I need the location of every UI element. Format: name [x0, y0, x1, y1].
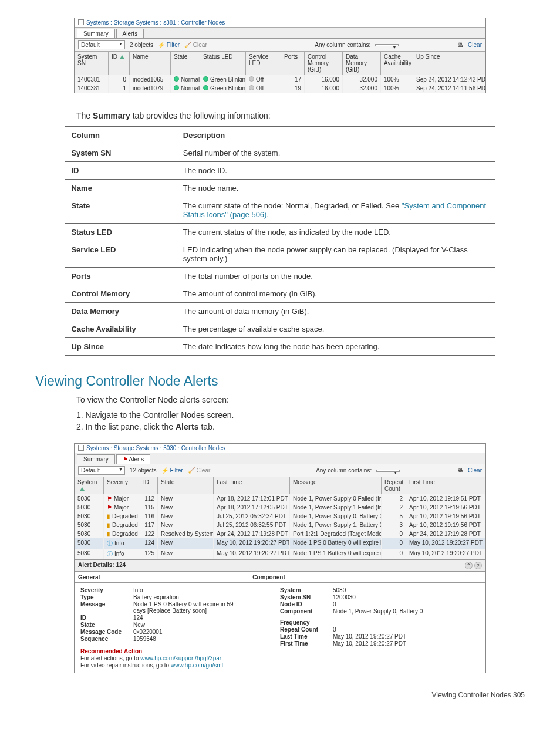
cell: 3 [382, 521, 406, 529]
table-row: Cache AvailabilityThe percentage of avai… [65, 320, 495, 338]
cell: Green Blinking [200, 75, 246, 84]
printer-icon-2[interactable]: 🖶 [457, 467, 463, 474]
v-message: Node 1 PS 0 Battery 0 will expire in 59 … [133, 601, 245, 614]
tab-alerts-2[interactable]: ⚑Alerts [116, 454, 151, 464]
any-col-dropdown[interactable] [375, 44, 399, 46]
col-first-time[interactable]: First Time [406, 477, 485, 494]
column-name-cell: ID [65, 162, 177, 180]
k-state: State [80, 622, 133, 628]
table-body: 14003810inoded1065NormalGreen BlinkingOf… [75, 75, 485, 93]
summary-columns-table: Column Description System SNSerial numbe… [65, 126, 495, 356]
rec-link-2[interactable]: www.hp.com/go/sml [171, 662, 223, 669]
clear-link-2[interactable]: Clear [468, 42, 482, 48]
cell: 1400381 [75, 84, 109, 93]
cell: 116 [140, 512, 158, 521]
cell: 5030 [75, 494, 104, 503]
filter-link[interactable]: ⚡ Filter [158, 42, 180, 48]
cell: Node 1 PS 0 Battery 0 will expire in 59 … [290, 538, 382, 549]
v-state: New [133, 622, 145, 628]
cell: 1 [109, 84, 130, 93]
col-status-led[interactable]: Status LED [200, 52, 246, 75]
k-severity: Severity [80, 587, 133, 593]
help-icon[interactable]: ? [474, 562, 482, 569]
cell: Node 1, Power Supply 0, Battery 0 Degrad… [290, 512, 382, 521]
filter-dropdown[interactable]: Default [78, 40, 125, 49]
col-up-since[interactable]: Up Since [413, 52, 485, 75]
col-repeat[interactable]: Repeat Count [382, 477, 406, 494]
table-row[interactable]: 5030Degraded117NewJul 25, 2012 06:32:55 … [75, 521, 485, 529]
tab-summary[interactable]: Summary [77, 29, 115, 38]
cell: Normal [171, 75, 200, 84]
col-last-time[interactable]: Last Time [214, 477, 290, 494]
col-id[interactable]: ID [109, 52, 130, 75]
col-severity[interactable]: Severity [104, 477, 140, 494]
col-state[interactable]: State [171, 52, 200, 75]
cell: Jul 25, 2012 05:32:34 PDT [214, 512, 290, 521]
cell: Info [104, 549, 140, 559]
k-firsttime: First Time [280, 640, 333, 647]
v-repeat: 0 [333, 626, 336, 633]
table-row[interactable]: 5030Degraded122Resolved by SystemApr 24,… [75, 529, 485, 538]
col-ports[interactable]: Ports [281, 52, 305, 75]
cell: Apr 18, 2012 17:12:01 PDT [214, 494, 290, 503]
sort-asc-icon [120, 55, 124, 59]
cell: Apr 24, 2012 17:19:28 PDT [406, 529, 485, 538]
component-header: Component [252, 574, 285, 580]
tab-summary-2[interactable]: Summary [77, 454, 115, 464]
table-header: System SN ID Name State Status LED Servi… [75, 52, 485, 75]
k-component: Component [280, 608, 333, 615]
any-col-dropdown-2[interactable] [376, 470, 400, 472]
clear-link-3[interactable]: 🧹 Clear [188, 467, 211, 474]
table-row: Up SinceThe date indicates how long the … [65, 338, 495, 356]
col-system[interactable]: System [75, 477, 104, 494]
printer-icon[interactable]: 🖶 [457, 42, 463, 48]
cell: Apr 10, 2012 19:19:56 PDT [406, 512, 485, 521]
k-system: System [280, 587, 333, 593]
rec-link-1[interactable]: www.hp.com/support/hpgt/3par [140, 655, 221, 661]
alert-details-body: SeverityInfo TypeBattery expiration Mess… [75, 583, 485, 673]
col-service-led[interactable]: Service LED [246, 52, 281, 75]
cell: inoded1065 [130, 75, 171, 84]
column-name-cell: Status LED [65, 224, 177, 241]
table-row[interactable]: 5030Info124NewMay 10, 2012 19:20:27 PDTN… [75, 538, 485, 549]
any-col-label: Any column contains: [315, 42, 370, 48]
table-row[interactable]: 5030Major112NewApr 18, 2012 17:12:01 PDT… [75, 494, 485, 503]
col-ctrl-mem[interactable]: Control Memory (GiB) [305, 52, 343, 75]
filter-link-2[interactable]: ⚡ Filter [161, 467, 183, 474]
col-data-mem[interactable]: Data Memory (GiB) [343, 52, 381, 75]
table-row[interactable]: 5030Info125NewMay 10, 2012 19:20:27 PDTN… [75, 549, 485, 559]
cell: 1400381 [75, 75, 109, 84]
col-name[interactable]: Name [130, 52, 171, 75]
rec-line-1: For alert actions, go to www.hp.com/supp… [80, 655, 257, 661]
col-header-column: Column [65, 127, 177, 144]
column-name-cell: Cache Availability [65, 320, 177, 338]
details-sub-headers: General Component [75, 572, 485, 583]
col-system-sn[interactable]: System SN [75, 52, 109, 75]
table-row[interactable]: 5030Degraded116NewJul 25, 2012 05:32:34 … [75, 512, 485, 521]
table-row[interactable]: 5030Major115NewApr 18, 2012 17:12:05 PDT… [75, 503, 485, 512]
v-severity: Info [133, 587, 143, 593]
cell: 112 [140, 494, 158, 503]
clear-link[interactable]: 🧹 Clear [184, 42, 207, 48]
col-message[interactable]: Message [290, 477, 382, 494]
tab-bar: Summary Alerts [75, 28, 485, 39]
screenshot-summary: Systems : Storage Systems : s381 : Contr… [74, 18, 486, 93]
table-row: Control MemoryThe amount of control memo… [65, 285, 495, 303]
col-id-2[interactable]: ID [140, 477, 158, 494]
col-state-2[interactable]: State [158, 477, 214, 494]
table-row[interactable]: 14003810inoded1065NormalGreen BlinkingOf… [75, 75, 485, 84]
filter-dropdown-2[interactable]: Default [78, 466, 125, 475]
tab-alerts[interactable]: Alerts [116, 29, 144, 38]
col-cache[interactable]: Cache Availability [381, 52, 413, 75]
cell: New [158, 503, 214, 512]
cell: 16.000 [305, 84, 343, 93]
collapse-icon[interactable]: ⌃ [465, 562, 473, 569]
column-desc-cell: Serial number of the system. [177, 144, 495, 162]
recommended-action-header: Recommended Action [80, 648, 245, 654]
cell: May 10, 2012 19:20:27 PDT [214, 538, 290, 549]
cell: 5030 [75, 529, 104, 538]
table-row[interactable]: 14003811inoded1079NormalGreen BlinkingOf… [75, 84, 485, 93]
column-name-cell: Ports [65, 268, 177, 285]
clear-link-4[interactable]: Clear [468, 467, 482, 474]
cell: 17 [281, 75, 305, 84]
